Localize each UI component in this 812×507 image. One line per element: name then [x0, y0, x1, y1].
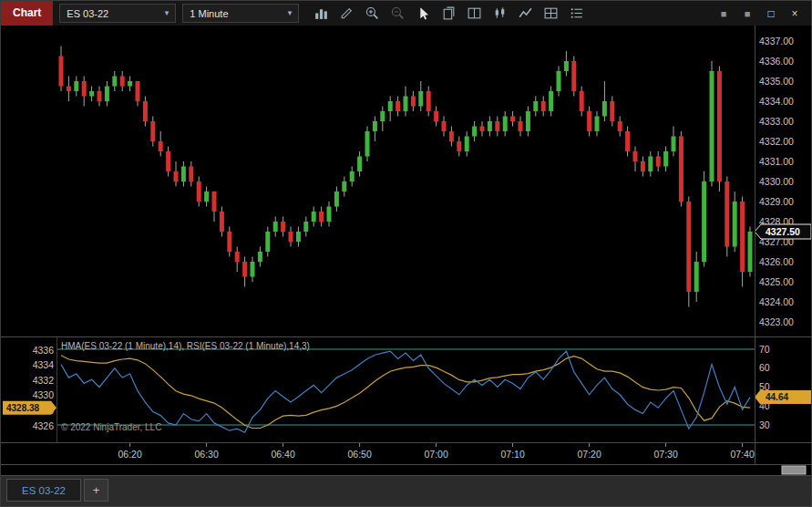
instrument-link-button[interactable]: ■: [714, 5, 733, 22]
candle-body: [112, 77, 117, 87]
properties-icon[interactable]: [568, 5, 585, 22]
panels-icon[interactable]: [466, 5, 483, 22]
time-axis-label: 07:30: [653, 449, 677, 460]
candle-body: [174, 171, 179, 181]
candle-body: [150, 121, 155, 141]
grid-icon[interactable]: [542, 5, 560, 22]
candle-body: [602, 101, 607, 117]
candle-body: [495, 121, 499, 131]
candle-body: [488, 121, 492, 131]
price-axis-label: 4324.00: [759, 296, 794, 307]
candle-body: [610, 101, 614, 121]
candle-body: [67, 87, 71, 92]
export-icon[interactable]: [440, 5, 457, 22]
instrument-selector[interactable]: ES 03-22 ▾: [59, 4, 176, 23]
toolbar: Chart ES 03-22 ▾ 1 Minute ▾ ■■□×: [1, 1, 811, 26]
candle-body: [89, 91, 94, 97]
price-axis-label: 4323.00: [759, 316, 794, 327]
candle-body: [159, 141, 163, 151]
candle-body: [312, 212, 316, 222]
scrollbar-thumb[interactable]: [782, 466, 806, 474]
indicator-label: HMA(ES 03-22 (1 Minute),14), RSI(ES 03-2…: [61, 341, 310, 351]
candle-body: [710, 71, 714, 181]
chevron-down-icon: ▾: [165, 9, 170, 17]
price-axis[interactable]: 4337.004336.004335.004334.004333.004332.…: [755, 36, 811, 327]
zoom-out-icon[interactable]: [389, 5, 406, 22]
candle-body: [465, 137, 469, 152]
indicator-right-axis-label: 30: [759, 419, 770, 430]
candle-body: [380, 111, 385, 121]
candle-body: [197, 181, 201, 202]
candle-body: [427, 91, 431, 111]
candle-body: [251, 262, 255, 277]
candle-body: [350, 171, 355, 181]
candle-body: [580, 91, 584, 111]
add-tab-button[interactable]: +: [84, 479, 108, 502]
candle-body: [296, 232, 301, 242]
bar-chart-icon[interactable]: [313, 5, 330, 22]
candle-body: [725, 181, 729, 247]
candle-body: [82, 81, 87, 97]
rsi-line: [61, 351, 750, 432]
candle-body: [510, 117, 515, 122]
candle-body: [457, 141, 461, 151]
candle-body: [549, 91, 553, 111]
interval-link-button[interactable]: ■: [738, 5, 756, 22]
price-axis-label: 4334.00: [759, 96, 794, 107]
candle-body: [733, 202, 737, 247]
indicator-left-axis-label: 4336: [33, 345, 55, 356]
candle-body: [480, 127, 485, 132]
instrument-selector-value: ES 03-22: [67, 8, 108, 19]
candle-body: [220, 212, 224, 232]
price-axis-label: 4335.00: [759, 76, 794, 87]
interval-selector[interactable]: 1 Minute ▾: [182, 4, 299, 23]
candle-body: [679, 137, 684, 202]
candle-body: [181, 167, 186, 182]
candle-body: [526, 111, 530, 131]
hma-line: [61, 356, 750, 429]
candle-body: [672, 137, 676, 152]
candle-body: [388, 101, 393, 111]
time-axis-label: 07:10: [500, 449, 524, 460]
cursor-icon[interactable]: [415, 5, 432, 22]
time-axis[interactable]: 06:2006:3006:4006:5007:0007:1007:2007:30…: [118, 443, 754, 460]
tab-es-03-22[interactable]: ES 03-22: [6, 479, 81, 502]
candle-body: [595, 117, 600, 132]
price-axis-label: 4332.00: [759, 136, 794, 147]
time-axis-label: 06:30: [194, 449, 218, 460]
candle-body: [663, 151, 668, 167]
indicator-panel[interactable]: HMA(ES 03-22 (1 Minute),14), RSI(ES 03-2…: [3, 341, 811, 432]
price-axis-label: 4333.00: [759, 116, 794, 127]
candle-body: [519, 121, 523, 131]
maximize-button[interactable]: □: [762, 5, 780, 22]
rsi-value-badge-text: 44.64: [766, 392, 788, 402]
candle-body: [740, 202, 745, 272]
time-axis-label: 07:00: [424, 449, 447, 460]
candle-body: [648, 157, 653, 172]
chart-window: Chart ES 03-22 ▾ 1 Minute ▾ ■■□× HMA(ES …: [0, 0, 812, 507]
candle-body: [533, 101, 538, 111]
line-chart-icon[interactable]: [517, 5, 534, 22]
indicator-left-axis-label: 4334: [33, 359, 55, 370]
candle-body: [411, 97, 416, 107]
chart-area[interactable]: HMA(ES 03-22 (1 Minute),14), RSI(ES 03-2…: [1, 26, 812, 475]
candle-body: [265, 232, 270, 252]
candle-body: [625, 131, 630, 151]
candle-body: [618, 121, 622, 131]
chart-style-icon[interactable]: [491, 5, 509, 22]
price-panel[interactable]: [59, 47, 753, 307]
candle-body: [342, 181, 346, 191]
candle-body: [74, 81, 78, 91]
price-axis-label: 4326.00: [759, 256, 794, 267]
draw-icon[interactable]: [338, 5, 355, 22]
candle-body: [686, 202, 691, 292]
zoom-in-icon[interactable]: [364, 5, 381, 22]
candle-body: [59, 57, 64, 87]
candle-body: [557, 71, 561, 91]
candle-body: [449, 131, 454, 141]
price-axis-label: 4330.00: [759, 176, 794, 187]
candle-body: [281, 222, 285, 232]
candle-body: [694, 262, 699, 292]
candle-body: [748, 232, 753, 272]
close-button[interactable]: ×: [786, 5, 804, 22]
